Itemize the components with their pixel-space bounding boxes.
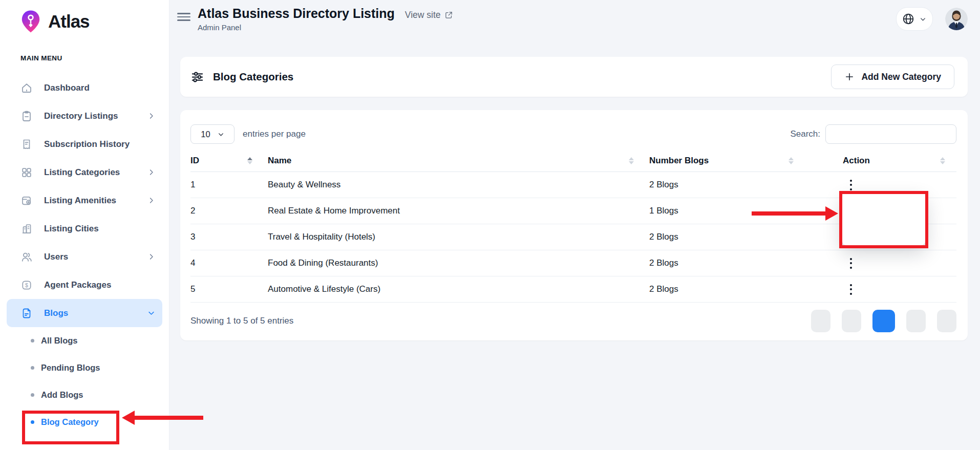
row-actions-kebab-icon[interactable]: [846, 255, 856, 272]
column-header-number-blogs[interactable]: Number Blogs: [649, 150, 843, 172]
cell-number-blogs: 2 Blogs: [649, 276, 843, 303]
chevron-right-icon: [147, 112, 155, 120]
sidebar-menu: Dashboard Directory Listings Subscriptio…: [0, 74, 169, 327]
sidebar-section-label: MAIN MENU: [20, 54, 169, 62]
sidebar-item-users[interactable]: Users: [7, 243, 162, 271]
view-site-label: View site: [405, 10, 441, 20]
action-menu: [842, 193, 925, 245]
page-title-block: Atlas Business Directory Listing Admin P…: [198, 6, 395, 32]
sidebar-item-subscription-history[interactable]: Subscription History: [7, 130, 162, 158]
topbar-right: [896, 7, 968, 31]
action-menu-item-edit[interactable]: [842, 200, 925, 223]
cell-name: Real Estate & Home Improvement: [268, 198, 649, 224]
sidebar-item-agent-packages[interactable]: $ Agent Packages: [7, 271, 162, 299]
cell-id: 3: [190, 224, 268, 250]
pagination-first[interactable]: [811, 310, 830, 332]
sidebar-item-blogs[interactable]: Blogs: [7, 299, 162, 327]
sidebar-subitem-blog-category[interactable]: Blog Category: [0, 409, 169, 436]
chevron-right-icon: [147, 168, 155, 176]
external-link-icon: [444, 11, 453, 19]
bullet-icon: [31, 420, 34, 424]
search-label: Search:: [790, 129, 820, 139]
search-input[interactable]: [825, 124, 956, 144]
blog-categories-table: ID Name Number Blogs Action 1 Beauty & W…: [190, 150, 956, 303]
cell-action: [843, 250, 956, 276]
entries-summary: Showing 1 to 5 of 5 entries: [190, 316, 293, 326]
sidebar-subitem-add-blogs[interactable]: Add Blogs: [0, 381, 169, 409]
calendar-plus-icon: [20, 195, 33, 207]
topbar: Atlas Business Directory Listing Admin P…: [177, 0, 968, 50]
add-new-category-button[interactable]: Add New Category: [831, 65, 954, 89]
sort-icon: [247, 157, 252, 164]
language-selector[interactable]: [896, 7, 933, 31]
chevron-down-icon: [218, 131, 224, 138]
pagination-last[interactable]: [937, 310, 956, 332]
table-row: 1 Beauty & Wellness 2 Blogs: [190, 172, 956, 198]
row-actions-kebab-icon[interactable]: [846, 177, 856, 194]
column-header-action[interactable]: Action: [843, 150, 956, 172]
blog-categories-card: Blog Categories Add New Category: [180, 57, 968, 97]
user-avatar[interactable]: [945, 8, 968, 30]
add-new-category-label: Add New Category: [861, 72, 941, 82]
clipboard-icon: [20, 110, 33, 122]
sidebar-item-dashboard[interactable]: Dashboard: [7, 74, 162, 102]
bullet-icon: [31, 339, 34, 342]
chevron-right-icon: [147, 253, 155, 261]
cell-name: Travel & Hospitality (Hotels): [268, 224, 649, 250]
search-wrap: Search:: [790, 124, 956, 144]
sidebar-item-listing-cities[interactable]: Listing Cities: [7, 215, 162, 243]
cell-id: 1: [190, 172, 268, 198]
pagination: [811, 310, 956, 332]
brand-name: Atlas: [48, 11, 90, 32]
column-header-name[interactable]: Name: [268, 150, 649, 172]
brand-logo[interactable]: Atlas: [0, 0, 169, 34]
table-footer: Showing 1 to 5 of 5 entries: [190, 310, 956, 332]
svg-text:$: $: [25, 282, 28, 288]
chevron-down-icon: [147, 309, 155, 317]
pagination-next[interactable]: [906, 310, 926, 332]
entries-per-page-value: 10: [201, 130, 210, 139]
table-row: 5 Automotive & Lifestyle (Cars) 2 Blogs: [190, 276, 956, 303]
card-title: Blog Categories: [213, 71, 293, 83]
entries-per-page-label: entries per page: [243, 129, 306, 139]
cell-number-blogs: 1 Blogs: [649, 198, 843, 224]
pagination-prev[interactable]: [842, 310, 861, 332]
home-icon: [20, 82, 33, 94]
table-row: 2 Real Estate & Home Improvement 1 Blogs: [190, 198, 956, 224]
entries-per-page-select[interactable]: 10: [190, 124, 235, 144]
sidebar-blogs-submenu: All Blogs Pending Blogs Add Blogs Blog C…: [0, 327, 169, 436]
plus-icon: [844, 72, 855, 82]
sidebar-subitem-all-blogs[interactable]: All Blogs: [0, 327, 169, 354]
action-menu-item-delete[interactable]: [842, 223, 925, 245]
table-header-row: ID Name Number Blogs Action: [190, 150, 956, 172]
table-row: 3 Travel & Hospitality (Hotels) 2 Blogs: [190, 224, 956, 250]
menu-toggle-icon[interactable]: [177, 13, 190, 23]
cell-name: Automotive & Lifestyle (Cars): [268, 276, 649, 303]
sidebar-item-listing-categories[interactable]: Listing Categories: [7, 158, 162, 186]
cell-id: 4: [190, 250, 268, 276]
sidebar-item-listing-amenities[interactable]: Listing Amenities: [7, 186, 162, 215]
column-header-id[interactable]: ID: [190, 150, 268, 172]
cell-name: Food & Dining (Restaurants): [268, 250, 649, 276]
cell-number-blogs: 2 Blogs: [649, 224, 843, 250]
pagination-page-1[interactable]: [872, 310, 895, 332]
bullet-icon: [31, 393, 34, 397]
sort-icon: [629, 157, 634, 164]
view-site-link[interactable]: View site: [405, 10, 453, 20]
grid-icon: [20, 166, 33, 179]
atlas-pin-icon: [18, 9, 43, 34]
sort-icon: [789, 157, 794, 164]
page-title: Atlas Business Directory Listing: [198, 6, 395, 20]
cell-id: 2: [190, 198, 268, 224]
page-subtitle: Admin Panel: [198, 23, 395, 32]
sidebar: Atlas MAIN MENU Dashboard Directory List…: [0, 0, 169, 450]
row-actions-kebab-icon[interactable]: [846, 281, 856, 298]
sidebar-subitem-pending-blogs[interactable]: Pending Blogs: [0, 354, 169, 381]
sliders-icon: [190, 70, 204, 84]
chevron-down-icon: [920, 16, 926, 23]
sidebar-item-directory-listings[interactable]: Directory Listings: [7, 102, 162, 130]
blog-icon: [20, 307, 33, 319]
admin-panel-screen: Atlas MAIN MENU Dashboard Directory List…: [0, 0, 980, 450]
cell-action: [843, 276, 956, 303]
table-controls: 10 entries per page Search:: [190, 124, 956, 144]
